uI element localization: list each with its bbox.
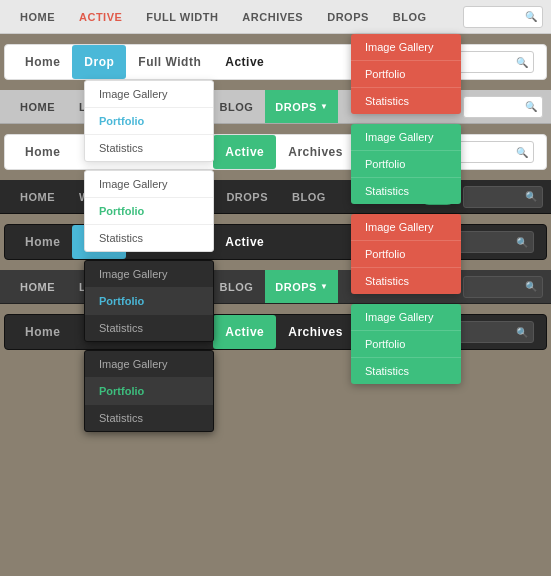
nav8-archives[interactable]: Archives	[276, 315, 355, 349]
nav8-search-input[interactable]	[460, 327, 516, 338]
nav3-home[interactable]: HOME	[8, 90, 67, 123]
nav7-home[interactable]: HOME	[8, 270, 67, 303]
nav7-search[interactable]: 🔍	[463, 276, 543, 298]
nav7-dropdown: Image Gallery Portfolio Statistics	[351, 304, 461, 384]
dd5-image-gallery[interactable]: Image Gallery	[351, 214, 461, 241]
dd2-statistics[interactable]: Statistics	[85, 135, 213, 161]
nav2-dropdown: Image Gallery Portfolio Statistics	[84, 80, 214, 162]
nav7-search-input[interactable]	[469, 281, 525, 292]
dd4-portfolio[interactable]: Portfolio	[85, 198, 213, 225]
dd6-statistics[interactable]: Statistics	[85, 315, 213, 341]
nav3-search-input[interactable]	[469, 101, 525, 112]
dd6-portfolio[interactable]: Portfolio	[85, 288, 213, 315]
nav2-home[interactable]: Home	[13, 45, 72, 79]
search-icon-8: 🔍	[516, 327, 528, 338]
nav2-search[interactable]: 🔍	[454, 51, 534, 73]
nav1-archives[interactable]: ARCHIVES	[230, 0, 315, 33]
nav-section-5: HOME WIDTH ARCHIVES DROPS BLOG 🔍 Image G…	[0, 180, 551, 214]
nav1-home[interactable]: HOME	[8, 0, 67, 33]
nav6-active[interactable]: Active	[213, 225, 276, 259]
nav6-dropdown: Image Gallery Portfolio Statistics	[84, 260, 214, 342]
nav3-search[interactable]: 🔍	[463, 96, 543, 118]
nav3-drops[interactable]: DROPS ▼	[265, 90, 338, 123]
navbar-2: Home Drop Full Width Active 🔍	[4, 44, 547, 80]
nav6-search[interactable]: 🔍	[454, 231, 534, 253]
nav1-drops[interactable]: DROPS	[315, 0, 381, 33]
nav1-dropdown: Image Gallery Portfolio Statistics	[351, 34, 461, 114]
dd2-image-gallery[interactable]: Image Gallery	[85, 81, 213, 108]
dd8-portfolio[interactable]: Portfolio	[85, 378, 213, 405]
search-icon-3: 🔍	[525, 101, 537, 112]
nav4-archives[interactable]: Archives	[276, 135, 355, 169]
nav7-drops-label: DROPS	[275, 281, 317, 293]
dd1-image-gallery[interactable]: Image Gallery	[351, 34, 461, 61]
nav3-drops-label: DROPS	[275, 101, 317, 113]
dd7-portfolio[interactable]: Portfolio	[351, 331, 461, 358]
dd3-portfolio[interactable]: Portfolio	[351, 151, 461, 178]
navbar-3: HOME L WIDTH ACTIVE BLOG DROPS ▼ 🔍	[0, 90, 551, 124]
dd6-image-gallery[interactable]: Image Gallery	[85, 261, 213, 288]
nav1-search-input[interactable]	[469, 11, 525, 22]
dd1-portfolio[interactable]: Portfolio	[351, 61, 461, 88]
nav1-fullwidth[interactable]: FULL WIDTH	[134, 0, 230, 33]
nav5-home[interactable]: HOME	[8, 180, 67, 213]
nav3-dropdown: Image Gallery Portfolio Statistics	[351, 124, 461, 204]
nav6-home[interactable]: Home	[13, 225, 72, 259]
nav6-search-input[interactable]	[460, 237, 516, 248]
search-icon-5: 🔍	[525, 191, 537, 202]
nav8-search[interactable]: 🔍	[454, 321, 534, 343]
dd5-statistics[interactable]: Statistics	[351, 268, 461, 294]
nav2-drop[interactable]: Drop	[72, 45, 126, 79]
search-icon-6: 🔍	[516, 237, 528, 248]
nav8-dropdown: Image Gallery Portfolio Statistics	[84, 350, 214, 432]
nav7-blog[interactable]: BLOG	[207, 270, 265, 303]
nav5-search[interactable]: 🔍	[463, 186, 543, 208]
chevron-down-icon: ▼	[320, 102, 328, 111]
dd2-portfolio[interactable]: Portfolio	[85, 108, 213, 135]
nav-section-6: Home Drop Full Width Active 🔍 Image Gall…	[0, 224, 551, 260]
nav5-drops[interactable]: DROPS	[214, 180, 280, 213]
dd4-image-gallery[interactable]: Image Gallery	[85, 171, 213, 198]
dd8-image-gallery[interactable]: Image Gallery	[85, 351, 213, 378]
nav-section-4: Home Drop Full Width Active Archives 🔍 I…	[0, 134, 551, 170]
dd3-image-gallery[interactable]: Image Gallery	[351, 124, 461, 151]
nav1-blog[interactable]: BLOG	[381, 0, 439, 33]
nav2-active[interactable]: Active	[213, 45, 276, 79]
nav-section-2: Home Drop Full Width Active 🔍 Image Gall…	[0, 44, 551, 80]
search-icon-7: 🔍	[525, 281, 537, 292]
nav1-search[interactable]: 🔍	[463, 6, 543, 28]
nav4-active[interactable]: Active	[213, 135, 276, 169]
search-icon: 🔍	[525, 11, 537, 22]
nav1-active[interactable]: ACTIVE	[67, 0, 134, 33]
navbar-7: HOME L WIDTH ACTIVE BLOG DROPS ▼ 🔍	[0, 270, 551, 304]
dd3-statistics[interactable]: Statistics	[351, 178, 461, 204]
dd8-statistics[interactable]: Statistics	[85, 405, 213, 431]
nav5-dropdown: Image Gallery Portfolio Statistics	[351, 214, 461, 294]
dd7-statistics[interactable]: Statistics	[351, 358, 461, 384]
nav8-home[interactable]: Home	[13, 315, 72, 349]
dd5-portfolio[interactable]: Portfolio	[351, 241, 461, 268]
navbar-5: HOME WIDTH ARCHIVES DROPS BLOG 🔍	[0, 180, 551, 214]
nav5-search-input[interactable]	[469, 191, 525, 202]
navbar-1: HOME ACTIVE FULL WIDTH ARCHIVES DROPS BL…	[0, 0, 551, 34]
nav2-fullwidth[interactable]: Full Width	[126, 45, 213, 79]
nav4-search-input[interactable]	[460, 147, 516, 158]
nav7-drops[interactable]: DROPS ▼	[265, 270, 338, 303]
nav2-search-input[interactable]	[460, 57, 516, 68]
nav-section-8: Home Drop Full Width Active Archives 🔍 I…	[0, 314, 551, 350]
nav-section-7: HOME L WIDTH ACTIVE BLOG DROPS ▼ 🔍 Image…	[0, 270, 551, 304]
nav8-active[interactable]: Active	[213, 315, 276, 349]
nav-section-1: HOME ACTIVE FULL WIDTH ARCHIVES DROPS BL…	[0, 0, 551, 34]
nav3-blog[interactable]: BLOG	[207, 90, 265, 123]
nav5-blog[interactable]: BLOG	[280, 180, 338, 213]
nav4-home[interactable]: Home	[13, 135, 72, 169]
search-icon-2: 🔍	[516, 57, 528, 68]
dd7-image-gallery[interactable]: Image Gallery	[351, 304, 461, 331]
nav4-dropdown: Image Gallery Portfolio Statistics	[84, 170, 214, 252]
nav4-search[interactable]: 🔍	[454, 141, 534, 163]
chevron-down-icon-7: ▼	[320, 282, 328, 291]
nav-section-3: HOME L WIDTH ACTIVE BLOG DROPS ▼ 🔍 Image…	[0, 90, 551, 124]
dd4-statistics[interactable]: Statistics	[85, 225, 213, 251]
dd1-statistics[interactable]: Statistics	[351, 88, 461, 114]
search-icon-4: 🔍	[516, 147, 528, 158]
